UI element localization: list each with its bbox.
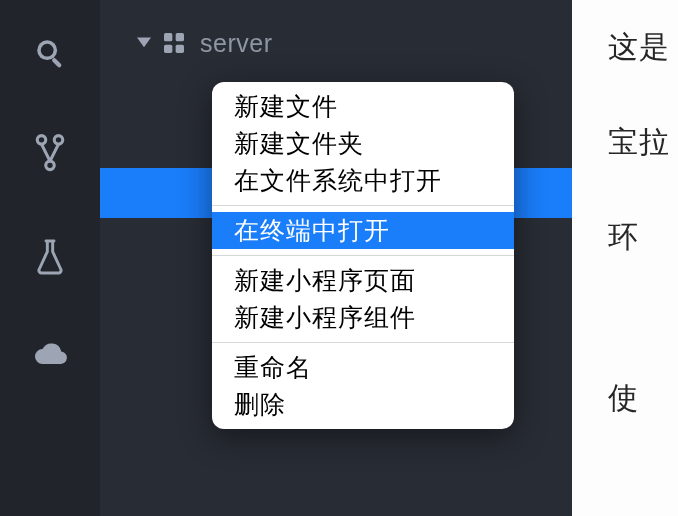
menu-separator — [212, 342, 514, 343]
content-heading: 环 — [608, 214, 678, 259]
svg-point-3 — [37, 136, 46, 145]
svg-point-2 — [41, 44, 54, 57]
content-pane: 这是 宝拉 环 使 — [572, 0, 678, 516]
context-menu: 新建文件新建文件夹在文件系统中打开在终端中打开新建小程序页面新建小程序组件重命名… — [212, 82, 514, 429]
cloud-icon[interactable] — [30, 340, 70, 368]
menu-item[interactable]: 删除 — [212, 386, 514, 423]
flask-icon[interactable] — [34, 238, 66, 276]
menu-item[interactable]: 重命名 — [212, 349, 514, 386]
svg-point-4 — [54, 136, 63, 145]
folder-icon — [158, 33, 190, 53]
svg-rect-8 — [164, 45, 172, 53]
activity-bar — [0, 0, 100, 516]
content-text: 这是 — [608, 24, 678, 69]
menu-item[interactable]: 新建小程序页面 — [212, 262, 514, 299]
svg-rect-6 — [164, 33, 172, 41]
chevron-down-icon — [134, 37, 154, 49]
content-text: 宝拉 — [608, 119, 678, 164]
svg-rect-9 — [176, 45, 184, 53]
menu-separator — [212, 205, 514, 206]
menu-item[interactable]: 新建小程序组件 — [212, 299, 514, 336]
menu-separator — [212, 255, 514, 256]
menu-item[interactable]: 新建文件夹 — [212, 125, 514, 162]
search-icon[interactable] — [33, 36, 67, 70]
folder-label: server — [200, 29, 272, 58]
branch-icon[interactable] — [33, 134, 67, 174]
menu-item[interactable]: 在文件系统中打开 — [212, 162, 514, 199]
svg-rect-7 — [176, 33, 184, 41]
svg-rect-1 — [51, 57, 62, 68]
menu-item[interactable]: 新建文件 — [212, 88, 514, 125]
svg-point-5 — [46, 161, 55, 170]
content-heading: 使 — [608, 375, 678, 420]
menu-item[interactable]: 在终端中打开 — [212, 212, 514, 249]
folder-row-server[interactable]: server — [100, 18, 572, 68]
